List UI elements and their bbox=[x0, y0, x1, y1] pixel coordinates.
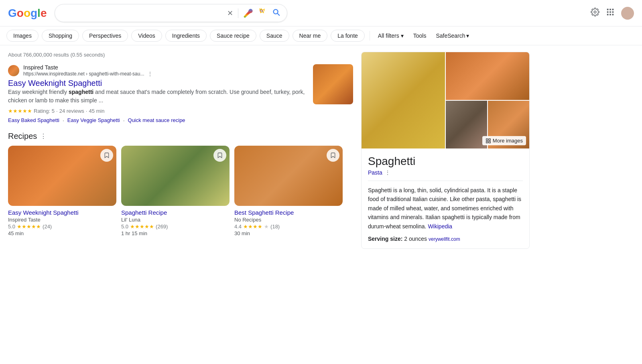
filter-videos[interactable]: Videos bbox=[131, 30, 162, 42]
result-url: https://www.inspiredtaste.net › spaghett… bbox=[23, 71, 144, 77]
filter-ingredients[interactable]: Ingredients bbox=[165, 30, 207, 42]
filter-bar-divider bbox=[370, 31, 370, 41]
recipe-bookmark-3[interactable] bbox=[327, 149, 339, 162]
all-filters-button[interactable]: All filters ▾ bbox=[375, 30, 407, 41]
recipe-reviews-2: (269) bbox=[156, 224, 168, 230]
result-link-2[interactable]: Easy Veggie Spaghetti bbox=[67, 117, 120, 124]
kp-images: More images bbox=[362, 52, 529, 148]
recipe-rating-value-2: 5.0 bbox=[121, 224, 128, 230]
svg-rect-8 bbox=[607, 14, 609, 16]
kp-serving-source[interactable]: verywellfit.com bbox=[429, 236, 460, 242]
kp-wikipedia-link[interactable]: Wikipedia bbox=[428, 223, 452, 230]
result-favicon bbox=[8, 65, 19, 76]
svg-rect-9 bbox=[609, 14, 611, 16]
link-sep-1: · bbox=[63, 117, 64, 124]
result-snippet: Easy weeknight friendly spaghetti and me… bbox=[8, 88, 307, 105]
recipe-rating-3: 4.4 ★★★★★ (18) bbox=[234, 224, 343, 230]
svg-rect-11 bbox=[486, 138, 488, 140]
chevron-down-icon: ▾ bbox=[401, 33, 404, 39]
result-site-name: Inspired Taste bbox=[23, 64, 153, 71]
camera-icon[interactable] bbox=[258, 8, 267, 18]
recipe-image-1 bbox=[8, 146, 116, 206]
svg-rect-3 bbox=[609, 9, 611, 10]
result-link-1[interactable]: Easy Baked Spaghetti bbox=[8, 117, 59, 124]
filter-images[interactable]: Images bbox=[6, 30, 39, 42]
kp-subtitle-menu[interactable]: ⋮ bbox=[385, 169, 390, 176]
left-column: About 766,000,000 results (0.55 seconds)… bbox=[8, 52, 353, 249]
rating-value: Rating: 5 bbox=[34, 108, 55, 114]
recipe-rating-2: 5.0 ★★★★★ (269) bbox=[121, 224, 230, 230]
snippet-text-1: Easy weeknight friendly bbox=[8, 89, 69, 95]
kp-subtitle-link[interactable]: Pasta bbox=[368, 169, 382, 176]
kp-divider bbox=[368, 181, 523, 181]
search-input[interactable]: spaghetti bbox=[61, 10, 222, 17]
recipes-grid: Easy Weeknight Spaghetti Inspired Taste … bbox=[8, 146, 353, 236]
recipe-time-3: 30 min bbox=[234, 230, 343, 236]
google-logo[interactable]: Google bbox=[8, 7, 47, 20]
kp-serving: Serving size: 2 ounces verywellfit.com bbox=[368, 236, 523, 242]
result-thumbnail bbox=[313, 64, 353, 104]
search-submit-icon[interactable] bbox=[272, 8, 280, 18]
recipe-stars-2: ★★★★★ bbox=[130, 224, 154, 230]
rating-separator: · bbox=[56, 108, 58, 114]
kp-image-1[interactable] bbox=[446, 52, 529, 100]
recipe-source-1: Inspired Taste bbox=[8, 217, 116, 223]
recipe-title-1[interactable]: Easy Weeknight Spaghetti bbox=[8, 209, 116, 216]
svg-rect-14 bbox=[489, 141, 490, 143]
recipe-source-3: No Recipes bbox=[234, 217, 343, 223]
kp-image-3[interactable] bbox=[446, 101, 487, 148]
svg-rect-4 bbox=[612, 9, 614, 10]
recipe-title-3[interactable]: Best Spaghetti Recipe bbox=[234, 209, 343, 216]
recipes-title: Recipes bbox=[8, 132, 37, 141]
svg-rect-2 bbox=[607, 9, 609, 10]
recipe-time-1: 45 min bbox=[8, 230, 116, 236]
right-column: More images Spaghetti Pasta ⋮ Spaghetti … bbox=[361, 52, 530, 249]
settings-icon[interactable] bbox=[591, 8, 599, 18]
recipe-bookmark-2[interactable] bbox=[213, 149, 226, 162]
knowledge-panel: More images Spaghetti Pasta ⋮ Spaghetti … bbox=[361, 52, 530, 249]
kp-main-image[interactable] bbox=[362, 52, 445, 148]
svg-rect-7 bbox=[612, 11, 614, 13]
header-right bbox=[591, 7, 634, 20]
result-rating: ★★★★★ Rating: 5 · 24 reviews · 45 min bbox=[8, 108, 307, 114]
filter-la-fonte[interactable]: La fonte bbox=[331, 30, 365, 42]
svg-rect-5 bbox=[607, 11, 609, 13]
kp-serving-value: 2 ounces bbox=[404, 236, 429, 242]
filter-perspectives[interactable]: Perspectives bbox=[82, 30, 128, 42]
result-menu-icon[interactable]: ⋮ bbox=[147, 71, 153, 77]
link-sep-2: · bbox=[123, 117, 125, 124]
mic-icon[interactable]: 🎤 bbox=[243, 8, 253, 18]
recipe-image-2 bbox=[121, 146, 230, 206]
all-filters-label: All filters bbox=[378, 33, 399, 39]
filter-shopping[interactable]: Shopping bbox=[42, 30, 79, 42]
recipe-stars-3: ★★★★ bbox=[243, 224, 262, 230]
tools-button[interactable]: Tools bbox=[410, 30, 430, 41]
filter-sauce[interactable]: Sauce bbox=[260, 30, 289, 42]
header: Google spaghetti ✕ 🎤 bbox=[0, 0, 642, 26]
user-avatar[interactable] bbox=[621, 7, 634, 20]
search-divider bbox=[238, 8, 238, 18]
more-images-button[interactable]: More images bbox=[482, 136, 526, 145]
kp-body: Spaghetti Pasta ⋮ Spaghetti is a long, t… bbox=[362, 148, 529, 248]
recipe-reviews-1: (24) bbox=[43, 224, 52, 230]
recipe-stars-1: ★★★★★ bbox=[17, 224, 41, 230]
search-bar: spaghetti ✕ 🎤 bbox=[55, 4, 287, 22]
recipes-header: Recipes ⋮ bbox=[8, 132, 353, 141]
filter-sauce-recipe[interactable]: Sauce recipe bbox=[210, 30, 256, 42]
recipe-title-2[interactable]: Spaghetti Recipe bbox=[121, 209, 230, 216]
review-count: 24 reviews bbox=[59, 108, 84, 114]
apps-icon[interactable] bbox=[606, 8, 615, 18]
recipe-image-3 bbox=[234, 146, 343, 206]
clear-icon[interactable]: ✕ bbox=[227, 9, 233, 18]
filter-near-me[interactable]: Near me bbox=[293, 30, 328, 42]
result-links: Easy Baked Spaghetti · Easy Veggie Spagh… bbox=[8, 117, 307, 124]
recipes-menu-icon[interactable]: ⋮ bbox=[40, 132, 47, 140]
kp-subtitle: Pasta ⋮ bbox=[368, 169, 523, 176]
result-title-link[interactable]: Easy Weeknight Spaghetti bbox=[8, 79, 102, 87]
result-link-3[interactable]: Quick meat sauce recipe bbox=[128, 117, 185, 124]
recipe-bookmark-1[interactable] bbox=[100, 149, 113, 162]
recipe-rating-value-1: 5.0 bbox=[8, 224, 15, 230]
safesearch-button[interactable]: SafeSearch ▾ bbox=[433, 30, 472, 41]
recipe-rating-1: 5.0 ★★★★★ (24) bbox=[8, 224, 116, 230]
results-count: About 766,000,000 results (0.55 seconds) bbox=[8, 52, 353, 58]
